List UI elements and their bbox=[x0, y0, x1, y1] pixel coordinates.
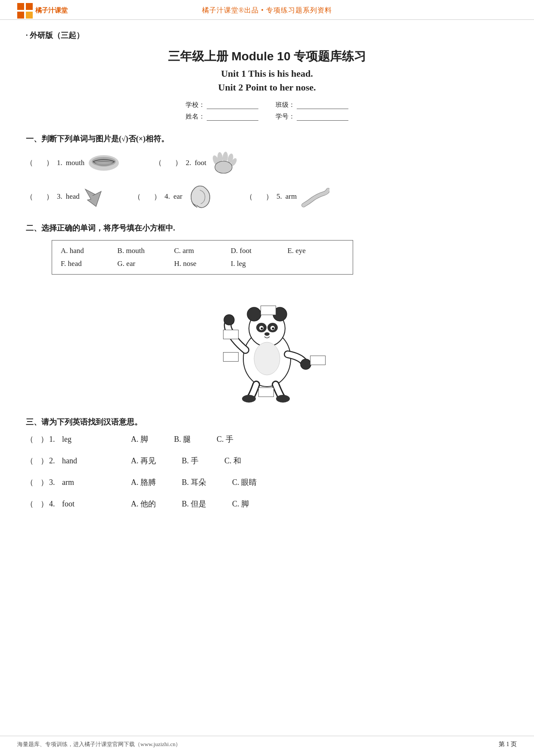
head-image bbox=[83, 185, 107, 209]
svg-point-22 bbox=[272, 328, 274, 330]
school-label: 学校： bbox=[186, 101, 205, 109]
svg-rect-2 bbox=[17, 12, 24, 19]
word-box: A. hand B. mouth C. arm D. foot E. eye F… bbox=[52, 240, 353, 275]
name-line bbox=[207, 113, 258, 121]
match-option-3a: A. 胳膊 bbox=[131, 477, 156, 487]
match-word-3: arm bbox=[62, 478, 131, 487]
match-item-2: （ ） 2. hand A. 再见 B. 手 C. 和 bbox=[26, 456, 508, 466]
match-num-2: 2. bbox=[49, 456, 62, 465]
section-1: 一、判断下列单词与图片是(√)否(×)相符。 （ ） 1. mouth bbox=[26, 134, 508, 210]
match-option-2c: C. 和 bbox=[224, 456, 241, 466]
svg-point-26 bbox=[242, 395, 256, 403]
edition-label: · 外研版（三起） bbox=[26, 30, 508, 41]
ear-image bbox=[186, 183, 211, 210]
section-1-title: 一、判断下列单词与图片是(√)否(×)相符。 bbox=[26, 134, 508, 144]
svg-point-25 bbox=[224, 315, 234, 325]
answer-box-head[interactable] bbox=[261, 306, 276, 315]
match-option-1a: A. 脚 bbox=[131, 434, 148, 444]
match-option-3c: C. 眼睛 bbox=[232, 477, 257, 487]
svg-point-24 bbox=[301, 359, 311, 369]
match-options-2: A. 再见 B. 手 C. 和 bbox=[131, 456, 241, 466]
judge-word-2: foot bbox=[195, 159, 206, 167]
school-line bbox=[207, 101, 258, 109]
answer-box-arm[interactable] bbox=[310, 356, 326, 365]
word-box-item-6: G. ear bbox=[118, 259, 174, 268]
school-field: 学校： bbox=[186, 101, 258, 109]
judge-num-2: 2. bbox=[186, 159, 191, 167]
answer-box-body[interactable] bbox=[223, 352, 239, 362]
word-box-item-0: A. hand bbox=[61, 247, 118, 255]
match-num-1: 1. bbox=[49, 435, 62, 444]
info-row-1: 学校： 班级： bbox=[186, 101, 348, 109]
word-box-item-2: C. arm bbox=[174, 247, 231, 255]
judge-num-4: 4. bbox=[165, 192, 170, 201]
paren-space-2 bbox=[165, 159, 171, 167]
judge-row-1: （ ） 1. mouth bbox=[26, 151, 508, 175]
judge-item-2: （ ） 2. foot bbox=[155, 151, 241, 175]
sub-title-2: Unit 2 Point to her nose. bbox=[26, 82, 508, 93]
name-field: 姓名： bbox=[186, 112, 258, 121]
answer-box-leg[interactable] bbox=[258, 387, 274, 397]
id-label: 学号： bbox=[276, 112, 295, 121]
judge-item-4: （ ） 4. ear bbox=[134, 183, 220, 210]
arm-image bbox=[300, 186, 329, 207]
svg-point-15 bbox=[247, 307, 261, 321]
judge-item-3: （ ） 3. head bbox=[26, 185, 112, 209]
header-title: 橘子汁课堂®出品 • 专项练习题系列资料 bbox=[202, 6, 332, 15]
info-row-2: 姓名： 学号： bbox=[186, 112, 348, 121]
sub-title-1: Unit 1 This is his head. bbox=[26, 68, 508, 79]
judge-num-3: 3. bbox=[57, 192, 62, 201]
main-content: · 外研版（三起） 三年级上册 Module 10 专项题库练习 Unit 1 … bbox=[0, 20, 534, 546]
paren-space-1 bbox=[37, 159, 43, 167]
svg-point-28 bbox=[254, 342, 280, 375]
match-option-1b: B. 腿 bbox=[174, 434, 191, 444]
page-header: 橘子汁课堂 橘子汁课堂®出品 • 专项练习题系列资料 bbox=[0, 0, 534, 20]
word-box-item-8: I. leg bbox=[231, 259, 288, 268]
match-option-2a: A. 再见 bbox=[131, 456, 156, 466]
word-box-item-3: D. foot bbox=[231, 247, 288, 255]
section-2: 二、选择正确的单词，将序号填在小方框中. A. hand B. mouth C.… bbox=[26, 223, 508, 404]
mouth-image bbox=[88, 154, 120, 172]
word-box-item-7: H. nose bbox=[174, 259, 231, 268]
judge-word-3: head bbox=[66, 192, 80, 201]
logo-text: 橘子汁课堂 bbox=[35, 6, 68, 15]
match-options-4: A. 他的 B. 但是 C. 脚 bbox=[131, 499, 249, 509]
judge-row-2: （ ） 3. head （ ） 4. ear bbox=[26, 183, 508, 210]
match-num-3: 3. bbox=[49, 478, 62, 487]
panda-svg bbox=[177, 283, 357, 404]
match-word-2: hand bbox=[62, 456, 131, 465]
paren-2: （ bbox=[155, 158, 162, 168]
class-line bbox=[297, 101, 348, 109]
panda-section bbox=[26, 283, 508, 404]
judge-word-5: arm bbox=[286, 192, 297, 201]
class-label: 班级： bbox=[276, 101, 295, 109]
answer-box-ear[interactable] bbox=[223, 330, 239, 339]
info-fields: 学校： 班级： 姓名： 学号： bbox=[26, 101, 508, 121]
paren-close-2: ） bbox=[175, 158, 182, 168]
svg-rect-0 bbox=[17, 3, 24, 10]
judge-item-5: （ ） 5. arm bbox=[245, 186, 332, 207]
section-2-title: 二、选择正确的单词，将序号填在小方框中. bbox=[26, 223, 508, 233]
svg-rect-1 bbox=[26, 3, 33, 10]
match-word-4: foot bbox=[62, 500, 131, 509]
name-label: 姓名： bbox=[186, 112, 205, 121]
svg-rect-3 bbox=[26, 12, 33, 19]
footer-text: 海量题库、专项训练，进入橘子汁课堂官网下载（www.juzizhi.cn） bbox=[17, 740, 181, 748]
match-num-4: 4. bbox=[49, 500, 62, 509]
section-3-title: 三、请为下列英语找到汉语意思。 bbox=[26, 417, 508, 427]
main-title: 三年级上册 Module 10 专项题库练习 bbox=[26, 48, 508, 65]
match-option-4c: C. 脚 bbox=[232, 499, 249, 509]
title-section: 三年级上册 Module 10 专项题库练习 Unit 1 This is hi… bbox=[26, 48, 508, 93]
match-options-1: A. 脚 B. 腿 C. 手 bbox=[131, 434, 233, 444]
judge-num-1: 1. bbox=[57, 159, 62, 167]
match-item-1: （ ） 1. leg A. 脚 B. 腿 C. 手 bbox=[26, 434, 508, 444]
match-options-3: A. 胳膊 B. 耳朵 C. 眼睛 bbox=[131, 477, 257, 487]
panda-container bbox=[177, 283, 357, 404]
word-box-item-4: E. eye bbox=[287, 247, 344, 255]
logo-icon bbox=[17, 3, 33, 19]
logo: 橘子汁课堂 bbox=[17, 3, 68, 19]
match-item-3: （ ） 3. arm A. 胳膊 B. 耳朵 C. 眼睛 bbox=[26, 477, 508, 487]
svg-point-27 bbox=[276, 395, 290, 403]
match-option-1c: C. 手 bbox=[217, 434, 233, 444]
judge-word-4: ear bbox=[174, 192, 183, 201]
